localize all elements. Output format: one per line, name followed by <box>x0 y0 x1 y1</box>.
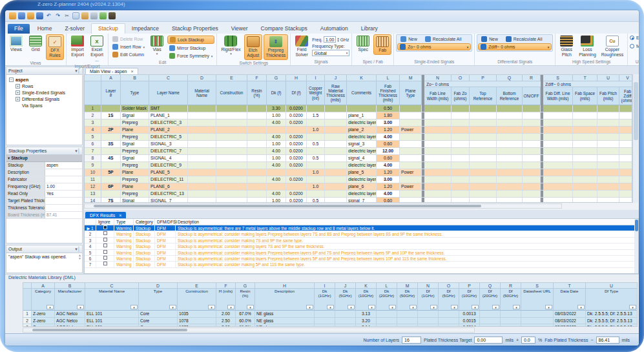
stackup-vertical-scrollbar[interactable] <box>632 74 638 203</box>
stackup-cell[interactable] <box>470 176 497 183</box>
stackup-cell[interactable] <box>452 105 470 112</box>
stackup-cell[interactable] <box>216 127 247 133</box>
dml-cell[interactable] <box>335 318 356 324</box>
ribbon-tab-viewer[interactable]: Viewer <box>225 24 254 34</box>
stackup-cell[interactable] <box>543 176 573 183</box>
table-row[interactable]: 84SSignalSIGNAL_41.000.02000.5signal_40.… <box>85 155 632 162</box>
dml-cell[interactable] <box>397 318 418 324</box>
stackup-cell[interactable] <box>325 141 347 147</box>
property-row[interactable]: Frequency (GHz)1.00 <box>6 183 82 191</box>
dfx-row-number[interactable]: 6 <box>85 256 96 261</box>
stackup-cell[interactable] <box>424 155 452 161</box>
column-letter[interactable]: T <box>573 75 597 81</box>
column-letter[interactable]: A <box>101 75 121 81</box>
stackup-cell[interactable] <box>216 198 247 202</box>
stackup-cell[interactable] <box>619 127 632 133</box>
grid-button[interactable]: Grid <box>26 34 45 54</box>
column-header[interactable]: Data Date▾ <box>554 289 586 311</box>
stackup-cell[interactable]: Plane <box>121 127 149 133</box>
stackup-cell[interactable] <box>247 191 267 197</box>
column-letter[interactable]: F <box>216 283 236 289</box>
stackup-cell[interactable] <box>573 169 597 176</box>
dml-cell[interactable] <box>521 318 554 324</box>
stackup-cell[interactable] <box>216 183 247 190</box>
field-solver-button[interactable]: Field Solver <box>293 34 311 59</box>
stackup-cell[interactable] <box>247 176 267 183</box>
stackup-cell[interactable] <box>573 112 597 119</box>
saveall-icon[interactable] <box>36 12 43 19</box>
column-letter[interactable]: I <box>307 75 325 81</box>
insert-row-button[interactable]: Insert Row ▾ <box>110 43 147 50</box>
filter-dropdown-icon[interactable]: ▾ <box>130 305 138 309</box>
stackup-cell[interactable]: dielectric layer <box>347 119 377 126</box>
dml-cell[interactable]: 1078 <box>178 324 216 327</box>
stackup-cell[interactable]: 0.60 <box>377 155 400 161</box>
stackup-cell[interactable]: 0.0200 <box>286 119 307 126</box>
stackup-cell[interactable]: DIELECTRIC_13 <box>149 191 188 197</box>
stackup-cell[interactable] <box>424 191 452 197</box>
ribbon-tab-file[interactable]: File <box>8 24 30 34</box>
stackup-cell[interactable] <box>424 183 452 190</box>
paste-icon[interactable] <box>81 12 88 19</box>
column-header[interactable]: Description▾ <box>255 289 315 311</box>
filter-dropdown-icon[interactable]: ▾ <box>545 305 552 309</box>
column-letter[interactable]: Q <box>480 283 501 289</box>
dml-cell[interactable] <box>315 318 335 324</box>
stackup-cell[interactable]: dielectric layer <box>347 134 377 140</box>
dml-cell[interactable] <box>521 324 554 327</box>
column-header[interactable]: Fab Zo (ohms) <box>452 87 470 105</box>
stackup-cell[interactable] <box>216 155 247 161</box>
stackup-cell[interactable]: PLANE_6 <box>149 183 188 190</box>
stackup-cell[interactable] <box>523 112 541 119</box>
stackup-cell[interactable]: Plane <box>121 169 149 176</box>
stackup-cell[interactable] <box>188 134 216 140</box>
stackup-cell[interactable] <box>247 148 267 154</box>
column-header[interactable]: Top Reference <box>470 87 497 105</box>
column-letter[interactable]: O <box>439 283 459 289</box>
stackup-cell[interactable] <box>325 127 347 133</box>
dfx-category-cell[interactable]: Stackup <box>134 238 155 243</box>
row-number[interactable]: 8 <box>85 155 101 161</box>
table-row[interactable]: 21SSignalPLANE_11.000.02001.5plane_11.80 <box>85 112 632 119</box>
stackup-cell[interactable] <box>216 169 247 176</box>
stackup-cell[interactable] <box>543 198 573 202</box>
stackup-cell[interactable] <box>286 183 307 190</box>
dml-cell[interactable] <box>418 311 439 317</box>
stackup-cell[interactable] <box>543 191 573 197</box>
stackup-cell[interactable] <box>470 119 497 126</box>
property-value[interactable]: Yes <box>45 191 82 197</box>
dfx-row[interactable]: 2WarningStackupDFMStackup is asymmetrica… <box>85 231 638 237</box>
dfx-vertical-scrollbar[interactable] <box>634 219 638 273</box>
stackup-cell[interactable] <box>307 148 325 154</box>
tab-dfx-results[interactable]: DFX Results× <box>85 212 126 218</box>
stackup-cell[interactable] <box>497 191 523 197</box>
delete-row-button[interactable]: Delete Row <box>110 36 147 43</box>
dml-cell[interactable]: Dk: 2.5.5.5; Df: 2.5.5.13 <box>586 318 638 324</box>
stackup-cell[interactable]: 1.00 <box>267 141 286 147</box>
stackup-cell[interactable]: dielectric layer <box>347 162 377 169</box>
stackup-cell[interactable] <box>543 148 573 154</box>
stackup-cell[interactable]: Power <box>400 169 422 176</box>
stackup-cell[interactable] <box>543 141 573 147</box>
stackup-cell[interactable] <box>247 198 267 202</box>
dml-cell[interactable]: AGC Nelco <box>55 324 85 327</box>
dfx-row[interactable]: 6WarningStackupDFMStackup is asymmetrica… <box>85 256 638 262</box>
column-header[interactable]: Fab Space (mils) <box>573 87 597 105</box>
stackup-cell[interactable]: 1S <box>101 112 121 119</box>
filter-dropdown-icon[interactable]: ▾ <box>348 305 355 309</box>
filter-dropdown-icon[interactable]: ▾ <box>306 305 313 309</box>
stackup-cell[interactable]: Prepreg <box>121 162 149 169</box>
stackup-cell[interactable] <box>452 134 470 140</box>
stackup-cell[interactable]: SMT <box>149 105 188 112</box>
stackup-cell[interactable] <box>188 155 216 161</box>
column-header[interactable]: Material Name <box>188 81 216 105</box>
row-number[interactable]: 4 <box>85 127 101 133</box>
stackup-cell[interactable] <box>247 127 267 133</box>
stackup-cell[interactable] <box>216 134 247 140</box>
dml-cell[interactable]: Core <box>139 311 178 317</box>
stackup-cell[interactable]: 1.00 <box>267 198 286 202</box>
expand-icon[interactable]: + <box>16 84 20 88</box>
stackup-cell[interactable]: 4.00 <box>267 176 286 183</box>
metric-radio[interactable] <box>630 44 634 48</box>
stackup-cell[interactable] <box>325 148 347 154</box>
